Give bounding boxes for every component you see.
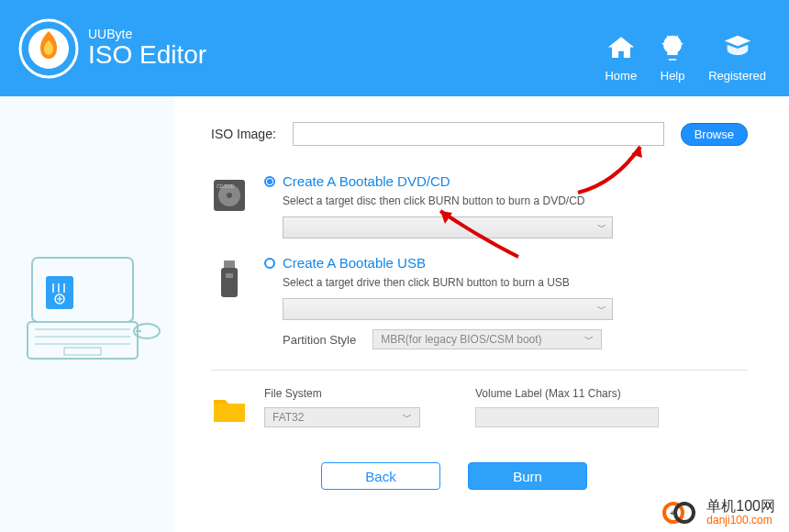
file-system-label: File System — [264, 387, 420, 400]
svg-rect-16 — [224, 260, 235, 268]
svg-rect-5 — [28, 322, 138, 359]
chevron-down-icon: ﹀ — [584, 333, 594, 346]
nav-help[interactable]: Help — [657, 33, 688, 83]
svg-rect-9 — [64, 348, 101, 355]
svg-text:+: + — [670, 508, 675, 518]
nav-registered[interactable]: Registered — [708, 33, 766, 83]
nav-home-label: Home — [605, 69, 637, 83]
usb-option-title: Create A Bootable USB — [283, 255, 426, 271]
chevron-down-icon: ﹀ — [597, 303, 606, 316]
partition-style-value: MBR(for legacy BIOS/CSM boot) — [381, 333, 541, 346]
folder-icon — [211, 387, 248, 424]
watermark-icon: + — [662, 499, 699, 526]
laptop-illustration — [9, 230, 165, 399]
iso-image-label: ISO Image: — [211, 127, 276, 141]
svg-text:CD/DVD: CD/DVD — [217, 183, 235, 189]
partition-style-select[interactable]: MBR(for legacy BIOS/CSM boot) ﹀ — [372, 329, 602, 349]
svg-point-14 — [227, 193, 232, 198]
nav-registered-label: Registered — [708, 69, 766, 83]
svg-rect-18 — [226, 273, 233, 278]
dvd-radio[interactable] — [264, 176, 275, 187]
partition-style-label: Partition Style — [283, 333, 356, 347]
svg-rect-17 — [221, 268, 238, 297]
watermark-domain: danji100.com — [706, 515, 775, 526]
watermark-cn: 单机100网 — [706, 499, 775, 515]
iso-image-input[interactable] — [293, 122, 664, 146]
sidebar — [0, 96, 174, 532]
burn-button[interactable]: Burn — [468, 462, 587, 490]
back-button[interactable]: Back — [321, 462, 440, 490]
disc-icon: CD/DVD — [211, 173, 248, 238]
svg-marker-19 — [631, 147, 642, 158]
dvd-option-title: Create A Bootable DVD/CD — [283, 173, 450, 189]
app-title: ISO Editor — [88, 41, 206, 68]
usb-radio[interactable] — [264, 258, 275, 269]
volume-label-input[interactable] — [475, 407, 659, 427]
file-system-select[interactable]: FAT32 ﹀ — [264, 407, 420, 427]
chevron-down-icon: ﹀ — [597, 221, 606, 234]
nav-home[interactable]: Home — [605, 33, 637, 83]
usb-option-desc: Select a target drive then click BURN bu… — [283, 276, 748, 289]
home-icon — [606, 33, 637, 64]
registered-icon — [722, 33, 753, 64]
watermark: + 单机100网 danji100.com — [662, 499, 775, 526]
nav-help-label: Help — [661, 69, 685, 83]
dvd-drive-select[interactable]: ﹀ — [283, 216, 613, 238]
browse-button[interactable]: Browse — [681, 123, 748, 146]
divider — [211, 370, 748, 371]
dvd-option-desc: Select a target disc then click BURN but… — [283, 194, 748, 207]
app-logo-icon — [18, 18, 79, 79]
help-icon — [657, 33, 688, 64]
chevron-down-icon: ﹀ — [403, 411, 412, 424]
file-system-value: FAT32 — [272, 411, 304, 424]
usb-drive-select[interactable]: ﹀ — [283, 298, 613, 320]
brand-label: UUByte — [88, 28, 206, 41]
usb-icon — [211, 255, 248, 349]
volume-label-label: Volume Label (Max 11 Chars) — [475, 387, 659, 400]
